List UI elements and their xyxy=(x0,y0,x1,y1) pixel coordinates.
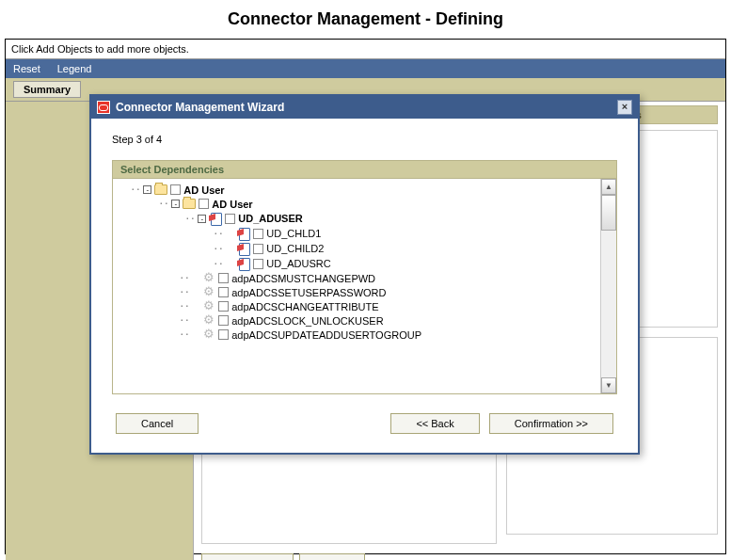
tree-node-label: UD_CHILD2 xyxy=(266,243,324,254)
tree-connector: ·· xyxy=(213,258,223,270)
checkbox[interactable] xyxy=(170,184,181,195)
tree-connector: ·· xyxy=(184,213,195,225)
dialog-titlebar[interactable]: Connector Management Wizard × xyxy=(91,96,638,119)
dialog-body: Step 3 of 4 Select Dependencies ··-AD Us… xyxy=(91,119,638,453)
gear-icon xyxy=(203,328,215,341)
close-icon[interactable]: × xyxy=(617,100,632,115)
folder-icon xyxy=(183,199,196,209)
back-button[interactable]: << Back xyxy=(390,413,479,434)
checkbox[interactable] xyxy=(253,259,263,269)
form-icon xyxy=(237,257,250,270)
select-dependencies-header: Select Dependencies xyxy=(113,161,616,179)
collapse-icon[interactable]: - xyxy=(143,185,151,194)
tree-connector: ·· xyxy=(130,184,140,196)
checkbox[interactable] xyxy=(218,329,229,340)
bottom-button-row: Add Objects Define xyxy=(201,553,497,560)
form-icon xyxy=(237,227,250,240)
oracle-icon xyxy=(97,101,110,114)
tree-connector: ·· xyxy=(213,228,223,240)
form-icon xyxy=(237,242,250,255)
tree-node-label: UD_CHLD1 xyxy=(266,228,321,239)
instruction-text: Click Add Objects to add more objects. xyxy=(6,40,725,59)
checkbox[interactable] xyxy=(218,301,229,312)
cancel-button[interactable]: Cancel xyxy=(116,413,199,434)
scroll-up-button[interactable]: ▲ xyxy=(601,179,616,195)
checkbox[interactable] xyxy=(253,244,263,254)
tree-node-label: adpADCSUPDATEADDUSERTOGROUP xyxy=(231,329,421,341)
tree-connector: ·· xyxy=(179,314,189,327)
define-button[interactable]: Define xyxy=(299,553,365,560)
add-objects-button[interactable]: Add Objects xyxy=(201,553,294,560)
tree-connector: ·· xyxy=(179,272,189,284)
dependency-tree[interactable]: ··-AD User··-AD User··-UD_ADUSER··UD_CHL… xyxy=(113,179,600,393)
tree-connector: ·· xyxy=(158,198,168,210)
tree-node[interactable]: ··adpADCSLOCK_UNLOCKUSER xyxy=(130,313,593,328)
tree-node[interactable]: ··adpADCSSETUSERPASSWORD xyxy=(130,285,593,299)
tree-node-label: adpADCSLOCK_UNLOCKUSER xyxy=(231,315,383,327)
tree-node-label: adpADCSMUSTCHANGEPWD xyxy=(231,273,375,284)
checkbox[interactable] xyxy=(218,287,229,297)
tree-node[interactable]: ··UD_CHILD2 xyxy=(130,241,593,256)
page-title: Connector Management - Defining xyxy=(0,0,731,39)
dialog-title: Connector Management Wizard xyxy=(116,101,284,114)
tree-connector: ·· xyxy=(179,300,189,312)
tree-node[interactable]: ··UD_ADUSRC xyxy=(130,256,593,271)
gear-icon xyxy=(203,314,215,327)
tree-node-label: AD User xyxy=(183,184,224,196)
checkbox[interactable] xyxy=(253,229,263,239)
checkbox[interactable] xyxy=(199,199,209,209)
tree-node-label: adpADCSCHANGEATTRIBUTE xyxy=(231,301,378,312)
toolbar: Reset Legend xyxy=(6,59,725,78)
checkbox[interactable] xyxy=(218,315,229,326)
checkbox[interactable] xyxy=(218,273,229,283)
checkbox[interactable] xyxy=(225,214,235,224)
select-dependencies-panel: Select Dependencies ··-AD User··-AD User… xyxy=(112,160,617,394)
tree-node[interactable]: ··-AD User xyxy=(130,197,593,211)
collapse-icon[interactable]: - xyxy=(198,215,206,223)
summary-tab[interactable]: Summary xyxy=(13,81,81,98)
form-icon xyxy=(209,212,222,225)
tree-connector: ·· xyxy=(179,328,189,341)
folder-icon xyxy=(154,184,167,195)
collapse-icon[interactable]: - xyxy=(171,200,180,208)
scrollbar: ▲ ▼ xyxy=(600,179,616,393)
gear-icon xyxy=(203,272,215,284)
tree-node[interactable]: ··-AD User xyxy=(130,183,593,197)
legend-button[interactable]: Legend xyxy=(57,63,92,74)
tree-connector: ·· xyxy=(213,243,223,255)
scroll-down-button[interactable]: ▼ xyxy=(601,377,616,393)
scrollbar-thumb[interactable] xyxy=(601,195,616,231)
tree-node[interactable]: ··UD_CHLD1 xyxy=(130,226,593,241)
step-label: Step 3 of 4 xyxy=(112,134,617,145)
reset-button[interactable]: Reset xyxy=(13,63,40,74)
tree-node-label: adpADCSSETUSERPASSWORD xyxy=(231,287,386,298)
confirmation-button[interactable]: Confirmation >> xyxy=(489,413,613,434)
tree-node[interactable]: ··adpADCSUPDATEADDUSERTOGROUP xyxy=(130,328,593,342)
dialog-button-row: Cancel << Back Confirmation >> xyxy=(112,413,617,434)
tree-node-label: UD_ADUSER xyxy=(238,213,302,224)
gear-icon xyxy=(203,286,215,298)
tree-connector: ·· xyxy=(179,286,189,298)
wizard-dialog: Connector Management Wizard × Step 3 of … xyxy=(89,94,640,455)
tree-node-label: UD_ADUSRC xyxy=(266,258,330,269)
tree-node[interactable]: ··adpADCSMUSTCHANGEPWD xyxy=(130,271,593,285)
tree-node-label: AD User xyxy=(212,199,252,210)
tree-node[interactable]: ··-UD_ADUSER xyxy=(130,211,593,226)
tree-node[interactable]: ··adpADCSCHANGEATTRIBUTE xyxy=(130,299,593,313)
gear-icon xyxy=(203,300,215,312)
